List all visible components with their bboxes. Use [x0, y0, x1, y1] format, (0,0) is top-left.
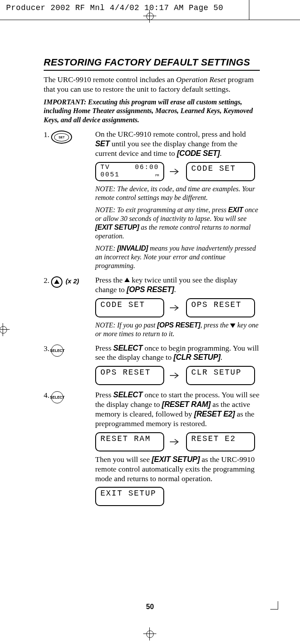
note: NOTE: [INVALID] means you have inadverte…: [95, 244, 260, 270]
lcd-display: RESET RAM: [95, 432, 164, 451]
step-3: 3. SELECT Press SELECT once to begin pro…: [44, 344, 260, 389]
lcd-display: RESET E2: [186, 432, 255, 451]
step-4: 4. SELECT Press SELECT once to start the…: [44, 390, 260, 510]
lcd-display: OPS RESET: [186, 298, 255, 317]
lcd-display: CODE SET: [95, 298, 164, 317]
step-number: 4.: [44, 390, 49, 400]
up-arrow-button-icon: [51, 276, 62, 288]
lcd-sequence: RESET RAM RESET E2: [95, 432, 260, 451]
select-button-icon: SELECT: [51, 344, 63, 357]
page-heading: RESTORING FACTORY DEFAULT SETTINGS: [44, 57, 260, 68]
note: NOTE: If you go past [OPS RESET], press …: [95, 321, 260, 338]
note: NOTE: To exit programming at any time, p…: [95, 206, 260, 241]
arrow-right-icon: [169, 372, 181, 379]
lcd-sequence: EXIT SETUP: [95, 487, 260, 506]
arrow-right-icon: [169, 168, 181, 175]
lcd-sequence: TV06:00 0051PM CODE SET: [95, 162, 260, 181]
note: NOTE: The device, its code, and time are…: [95, 185, 260, 202]
arrow-right-icon: [169, 304, 181, 311]
registration-mark-icon: [143, 627, 156, 641]
step-1: 1. SET On the URC-9910 remote control, p…: [44, 130, 260, 274]
lcd-display: EXIT SETUP: [95, 487, 164, 506]
step-number: 2.: [44, 276, 49, 285]
registration-mark-icon: [0, 323, 10, 336]
registration-mark-icon: [143, 10, 156, 23]
important-note: IMPORTANT: Executing this program will e…: [44, 98, 260, 124]
step-number: 3.: [44, 344, 49, 353]
set-button-icon: SET: [51, 131, 72, 144]
lcd-display: CODE SET: [186, 162, 255, 181]
lcd-display: CLR SETUP: [186, 366, 255, 385]
step-text: On the URC-9910 remote control, press an…: [95, 130, 260, 158]
page-number: 50: [0, 603, 300, 611]
up-triangle-icon: [124, 278, 130, 282]
heading-rule: [44, 70, 260, 71]
step-number: 1.: [44, 130, 49, 139]
lcd-display: OPS RESET: [95, 366, 164, 385]
lcd-sequence: CODE SET OPS RESET: [95, 298, 260, 317]
intro-paragraph: The URC-9910 remote control includes an …: [44, 75, 260, 94]
step-text: Then you will see [EXIT SETUP] as the UR…: [95, 455, 260, 484]
crop-mark-icon: [265, 601, 278, 614]
select-button-icon: SELECT: [51, 391, 63, 403]
down-triangle-icon: [230, 324, 235, 328]
content-area: RESTORING FACTORY DEFAULT SETTINGS The U…: [44, 57, 260, 511]
page: Producer 2002 RF Mnl 4/4/02 10:17 AM Pag…: [0, 0, 300, 644]
lcd-sequence: OPS RESET CLR SETUP: [95, 366, 260, 385]
arrow-right-icon: [169, 438, 181, 445]
step-text: Press SELECT once to begin programming. …: [95, 344, 260, 363]
step-2: 2. (x 2) Press the key twice until you s…: [44, 276, 260, 342]
step-text: Press SELECT once to start the process. …: [95, 390, 260, 429]
step-text: Press the key twice until you see the di…: [95, 276, 260, 295]
press-count: (x 2): [64, 276, 79, 285]
lcd-display: TV06:00 0051PM: [95, 162, 164, 181]
